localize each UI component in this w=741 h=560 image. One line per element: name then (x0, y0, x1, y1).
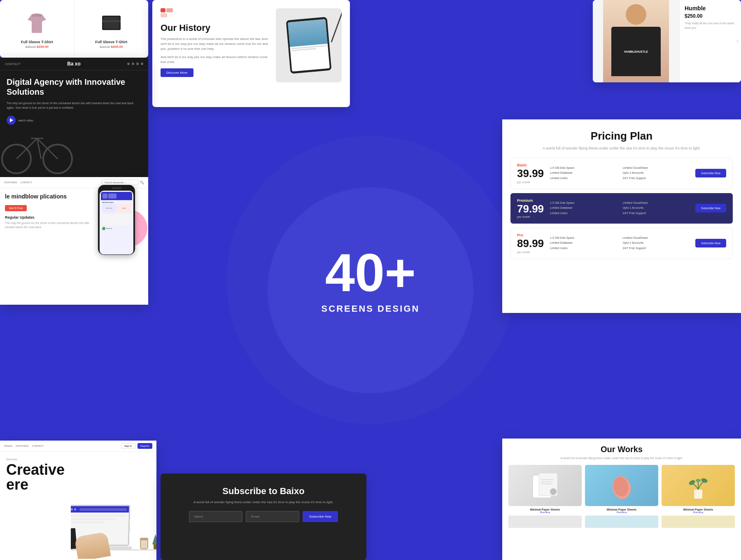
premium-plan-name: Premium (517, 198, 544, 203)
basic-features-1: 1.5 GB Disk SpaceLimited DatabaseLimited… (550, 166, 616, 181)
get-it-free-button[interactable]: Get It Free (5, 205, 27, 211)
svg-rect-3 (161, 8, 165, 12)
agency-desc: The ship set ground on the shore of this… (7, 101, 142, 110)
screens-count: 40+ (322, 246, 420, 299)
center-hero-section: 40+ SCREENS DESIGN (322, 246, 420, 314)
work-thumb-3 (662, 465, 735, 506)
nav-dot-1 (127, 63, 130, 65)
work-thumb-1 (508, 465, 582, 506)
premium-features-2: Limited CloudShareUpto 1 Accounts24/7 Fr… (623, 201, 689, 216)
tshirt-right-price: $250.00 (685, 13, 736, 19)
pro-subscribe-button[interactable]: Subscribe Now (695, 239, 726, 247)
pricing-panel: Pricing Plan A world full of wonder flyi… (502, 119, 741, 313)
ecom-item-2: Full Sleeve T-Shirt $210.00 $200.00 (75, 0, 149, 58)
creative-image-area (71, 452, 156, 559)
work-tag-3: Branding (662, 511, 735, 513)
svg-rect-1 (103, 17, 119, 29)
app-content: le mindblow plications Get It Free Regul… (0, 188, 148, 260)
app-updates-desc: The ship set ground on the shore of this… (5, 221, 94, 230)
creative-nav-features: FEATURES (16, 445, 29, 447)
pricing-row-premium: Premium 79.99 per month 1.5 GB Disk Spac… (510, 193, 733, 224)
subscribe-form: Subscribe Now (173, 511, 354, 522)
works-header: Our Works A world full of wonder flying … (502, 439, 741, 465)
svg-point-19 (696, 479, 701, 482)
creative-title-line2: ere (6, 477, 65, 492)
history-image (276, 8, 342, 82)
subscribe-content: Subscribe to Baixo A world full of wonde… (161, 474, 366, 534)
creative-body: Services Creative ere (0, 452, 156, 559)
svg-rect-4 (166, 8, 173, 12)
basic-features-2: Limited CloudShareUpto 2 Accounts24/7 Fr… (623, 166, 689, 181)
svg-point-13 (550, 488, 557, 495)
pricing-title: Pricing Plan (515, 130, 729, 142)
history-title: Our History (161, 23, 270, 33)
app-updates-title: Regular Updates (5, 215, 94, 219)
subscribe-desc: A world full of wonder flying there-unde… (173, 500, 354, 505)
history-body-2: And we'll do it our way yes our way make… (161, 55, 270, 65)
creative-nav-pages: PAGES (4, 445, 12, 447)
works-title: Our Works (510, 445, 733, 454)
history-panel: Our History The powerless in a world of … (152, 0, 350, 107)
app-search-input[interactable] (102, 180, 139, 185)
work-name-1: Minimal Paper Sheets (508, 508, 582, 511)
work-thumb-2 (585, 465, 658, 506)
app-search-area: 🔍 (102, 180, 144, 185)
svg-rect-10 (541, 479, 553, 480)
tshirt-image-2 (95, 9, 128, 38)
creative-auth-buttons: Sign In Register (121, 443, 152, 449)
work-name-2: Minimal Paper Sheets (585, 508, 658, 511)
work-tag-1: Branding (508, 511, 582, 513)
tshirt-right-title: Humble (685, 5, 736, 12)
agency-contact-label: CONTACT (5, 62, 21, 66)
agency-logo: Ba xo (67, 61, 81, 67)
work-tag-2: Branding (585, 511, 658, 513)
pricing-row-basic: Basic 39.99 per month 1.5 GB Disk SpaceL… (510, 158, 733, 189)
app-text: le mindblow plications Get It Free Regul… (5, 193, 94, 255)
agency-nav: CONTACT Ba xo (0, 58, 148, 70)
creative-text-area: Services Creative ere (0, 452, 71, 559)
discover-more-button[interactable]: Discover More (161, 68, 193, 77)
pricing-subtitle: A world full of wonder flying these-unde… (515, 146, 729, 152)
basic-per: per month (517, 181, 544, 184)
pricing-plans: Basic 39.99 per month 1.5 GB Disk SpaceL… (502, 158, 741, 271)
svg-rect-12 (541, 483, 552, 484)
pricing-header: Pricing Plan A world full of wonder flyi… (502, 119, 741, 158)
pro-price: 89.99 (517, 237, 544, 250)
pricing-row-pro: Pro 89.99 per month 1.5 GB Disk SpaceLim… (510, 228, 733, 259)
play-button[interactable] (7, 116, 16, 125)
play-icon (10, 118, 13, 122)
works-subtitle: A world full of wonder flying there-unde… (510, 456, 733, 461)
works-grid: Minimal Paper Sheets Branding Minimal Pa… (502, 465, 741, 513)
svg-rect-2 (102, 21, 121, 22)
pro-features-1: 1.5 GB Disk SpaceLimited DatabaseLimited… (550, 236, 616, 251)
nav-dot-2 (132, 63, 134, 65)
creative-panel: PAGES FEATURES CONTACT Sign In Register … (0, 441, 156, 560)
works-grid-row2 (502, 513, 741, 528)
subscribe-name-input[interactable] (189, 511, 242, 522)
tshirt-image-1 (21, 9, 54, 38)
subscribe-now-button[interactable]: Subscribe Now (303, 511, 338, 522)
creative-services-label: Services (6, 458, 65, 461)
ecom-item-1: Full Sleeve T-Shirt $250.00 $200.00 (0, 0, 75, 58)
app-nav-features: FEATURES (4, 181, 17, 184)
pro-per: per month (517, 251, 544, 254)
work-item-1: Minimal Paper Sheets Branding (508, 465, 582, 513)
premium-subscribe-button[interactable]: Subscribe Now (695, 204, 726, 212)
signin-button[interactable]: Sign In (121, 443, 135, 449)
app-panel: FEATURES CONTACT 🔍 le mindblow plication… (0, 177, 148, 305)
ecom-price-1: $250.00 $200.00 (26, 45, 49, 49)
basic-subscribe-button[interactable]: Subscribe Now (695, 169, 726, 177)
subscribe-email-input[interactable] (246, 511, 299, 522)
nav-dot-3 (136, 63, 139, 65)
agency-nav-dots (127, 63, 143, 65)
pro-features-2: Limited CloudShareUpto 2 Accounts24/7 Fr… (623, 236, 689, 251)
app-title: le mindblow plications (5, 193, 94, 200)
screens-label: SCREENS DESIGN (322, 303, 420, 314)
premium-features-1: 1.5 GB Disk SpaceLimited DatabaseLimited… (550, 201, 616, 216)
ecom-title-1: Full Sleeve T-Shirt (21, 40, 53, 44)
creative-title-line1: Creative (6, 462, 65, 477)
register-button[interactable]: Register (137, 443, 152, 449)
app-nav-contact: CONTACT (21, 181, 33, 184)
work-name-3: Minimal Paper Sheets (662, 508, 735, 511)
history-content: Our History The powerless in a world of … (152, 0, 350, 91)
